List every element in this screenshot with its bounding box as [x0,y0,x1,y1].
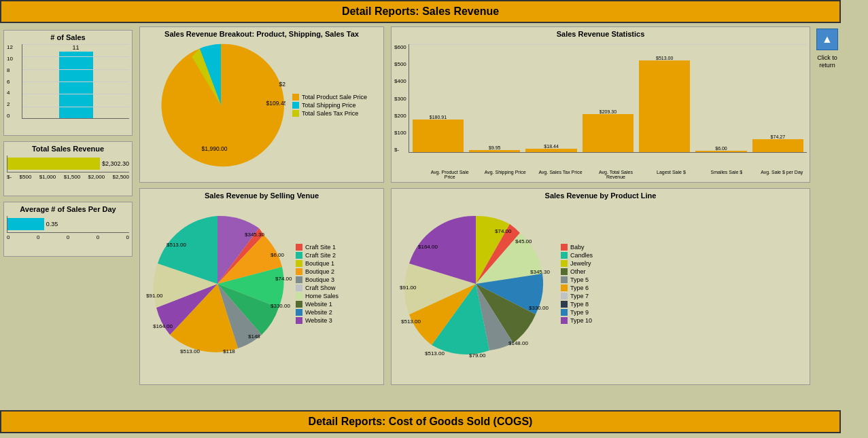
y-label-0: 0 [7,113,13,119]
y-label-4: 4 [7,90,13,96]
breakout-title: Sales Revenue Breakout: Product, Shippin… [143,30,381,38]
stat-bar-1: $180.91 [413,44,464,152]
legend-swatch-product [292,94,299,101]
y-label-10: 10 [7,56,13,62]
product-line-pie: $74.00 $45.00 $345.30 $330.00 $148.00 $7… [394,202,557,365]
stat-bar-7: $74.27 [752,44,803,152]
product-line-chart: Sales Revenue by Product Line [391,188,810,385]
venue-legend: Craft Site 1 Craft Site 2 Boutique 1 Bou… [296,244,338,324]
svg-text:$6.00: $6.00 [271,252,285,258]
svg-text:$513.00: $513.00 [401,318,421,325]
venue-pie: $345.30 $6.00 $74.00 $330.00 $148 $118 $… [143,202,292,365]
stat-bar-2: $9.95 [469,44,520,152]
stat-bar-5: $513.00 [639,44,690,152]
avg-sales-bar [7,218,44,230]
sales-count-title: # of Sales [7,33,129,41]
svg-text:$513.00: $513.00 [425,350,445,357]
svg-text:$513.00: $513.00 [167,242,186,248]
stat-bar-4: $209.30 [583,44,633,152]
svg-text:$164.00: $164.00 [418,244,438,250]
svg-text:$330.00: $330.00 [529,305,549,311]
stats-title: Sales Revenue Statistics [394,30,807,38]
total-sales-bar [7,158,100,170]
breakout-chart: Sales Revenue Breakout: Product, Shippin… [139,26,384,183]
svg-text:$118: $118 [223,348,235,354]
svg-text:$109.45: $109.45 [266,100,285,107]
svg-text:$1,990.00: $1,990.00 [201,145,227,152]
legend-item-shipping: Total Shipping Price [292,102,367,109]
nav-sidebar: ▲ Click to return [814,23,841,410]
y-label-6: 6 [7,79,13,85]
svg-text:$345.30: $345.30 [245,232,264,238]
sales-count-chart: # of Sales 0 2 4 6 8 10 12 [3,30,133,136]
page-footer: Detail Reports: Cost of Goods Sold (COGS… [0,410,841,433]
svg-text:$45.00: $45.00 [515,238,532,244]
y-label-12: 12 [7,44,13,50]
svg-text:$74.00: $74.00 [495,228,512,234]
avg-sales-day-title: Average # of Sales Per Day [7,205,129,213]
y-label-2: 2 [7,101,13,107]
header-title: Detail Reports: Sales Revenue [342,5,499,17]
y-label-8: 8 [7,67,13,73]
legend-item-product: Total Product Sale Price [292,94,367,101]
stats-chart: Sales Revenue Statistics $- $100 $200 $3… [391,26,810,183]
avg-sales-day-chart: Average # of Sales Per Day 0.35 0 0 0 0 … [3,202,133,257]
svg-text:$74.00: $74.00 [275,276,292,282]
avg-sales-value: 0.35 [46,221,58,227]
svg-text:$513.00: $513.00 [180,348,200,354]
page-header: Detail Reports: Sales Revenue [0,0,841,23]
svg-text:$330.00: $330.00 [271,303,290,309]
stat-bar-6: $6.00 [695,44,746,152]
svg-text:$91.00: $91.00 [400,285,417,291]
total-sales-revenue-chart: Total Sales Revenue $2,302.30 $- $500 $1… [3,141,133,196]
left-column: # of Sales 0 2 4 6 8 10 12 [0,23,136,410]
venue-title: Sales Revenue by Selling Venue [143,191,381,200]
sales-bar [59,52,93,118]
right-column: Sales Revenue Statistics $- $100 $200 $3… [387,23,814,410]
svg-text:$164.00: $164.00 [153,323,173,329]
svg-text:$148.00: $148.00 [508,340,528,346]
venue-chart: Sales Revenue by Selling Venue [139,188,384,385]
legend-swatch-shipping [292,102,299,109]
product-line-title: Sales Revenue by Product Line [394,191,807,200]
click-return-label: Click to return [817,54,837,69]
total-sales-value: $2,302.30 [102,160,129,167]
bar-value-label: 11 [72,44,79,51]
breakout-pie: $1,990.00 $202.85 $109.45 [156,41,285,170]
middle-column: Sales Revenue Breakout: Product, Shippin… [136,23,387,410]
legend-item-tax: Total Sales Tax Price [292,110,367,117]
product-line-legend: Baby Candles Jewelry Other Type 5 Type 6… [561,244,593,324]
svg-text:$345.30: $345.30 [530,269,550,275]
stat-bar-3: $18.44 [525,44,576,152]
svg-text:$202.85: $202.85 [279,81,285,88]
legend-swatch-tax [292,110,299,117]
svg-text:$148: $148 [248,333,260,340]
total-sales-title: Total Sales Revenue [7,145,129,153]
svg-text:$79.00: $79.00 [469,352,486,359]
footer-title: Detail Reports: Cost of Goods Sold (COGS… [309,416,533,427]
nav-up-arrow[interactable]: ▲ [816,29,838,50]
svg-text:$91.00: $91.00 [146,293,163,299]
breakout-legend: Total Product Sale Price Total Shipping … [292,94,367,117]
